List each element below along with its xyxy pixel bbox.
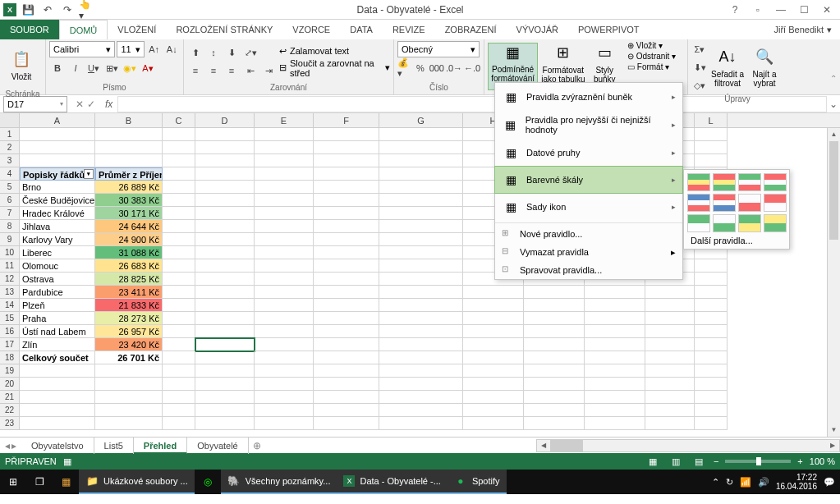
cell[interactable] [645, 338, 695, 351]
normal-view-icon[interactable]: ▦ [645, 455, 661, 468]
cell[interactable] [95, 154, 163, 167]
new-rule-menuitem[interactable]: ⊞Nové pravidlo... [495, 225, 682, 243]
cell[interactable] [379, 325, 463, 338]
cell[interactable] [463, 286, 524, 299]
cell[interactable] [255, 417, 314, 430]
row-header[interactable]: 20 [0, 378, 20, 391]
cell[interactable] [695, 378, 728, 391]
cell[interactable] [379, 404, 463, 417]
tray-volume-icon[interactable]: 🔊 [758, 477, 769, 488]
cell[interactable] [255, 246, 314, 259]
cell[interactable]: Hradec Králové [20, 207, 95, 220]
cell[interactable] [379, 364, 463, 378]
cell[interactable] [463, 364, 524, 378]
cell[interactable] [379, 286, 463, 299]
row-header[interactable]: 21 [0, 391, 20, 404]
cell[interactable] [95, 417, 163, 430]
color-scale-option[interactable] [764, 194, 787, 212]
row-header[interactable]: 5 [0, 181, 20, 194]
cell[interactable] [255, 286, 314, 299]
cell[interactable] [195, 417, 255, 430]
align-left-icon[interactable]: ≡ [187, 62, 204, 79]
cell[interactable] [195, 273, 255, 286]
color-scale-option[interactable] [764, 214, 787, 232]
row-header[interactable]: 12 [0, 273, 20, 286]
cell[interactable] [20, 404, 95, 417]
cell[interactable]: Průměr z Příjem [95, 167, 163, 181]
cell[interactable] [379, 273, 463, 286]
row-header[interactable]: 4 [0, 167, 20, 181]
cell[interactable]: 21 833 Kč [95, 299, 163, 312]
cell[interactable]: 26 683 Kč [95, 259, 163, 273]
ribbon-tab[interactable]: POWERPIVOT [568, 20, 650, 39]
cell[interactable] [95, 141, 163, 154]
column-header[interactable]: D [195, 113, 255, 127]
cell[interactable] [645, 325, 695, 338]
qat-save-icon[interactable]: 💾 [20, 2, 36, 18]
cell[interactable]: Praha [20, 312, 95, 325]
cell[interactable] [95, 364, 163, 378]
cell[interactable] [95, 378, 163, 391]
color-scale-option[interactable] [764, 173, 787, 191]
cell[interactable] [163, 128, 195, 141]
cell[interactable] [195, 246, 255, 259]
row-header[interactable]: 19 [0, 364, 20, 378]
cell[interactable] [695, 128, 728, 141]
row-header[interactable]: 9 [0, 233, 20, 246]
cell[interactable] [195, 233, 255, 246]
row-header[interactable]: 18 [0, 351, 20, 364]
cell[interactable] [463, 299, 524, 312]
row-header[interactable]: 16 [0, 325, 20, 338]
cell[interactable] [255, 233, 314, 246]
cell[interactable] [195, 378, 255, 391]
more-rules-menuitem[interactable]: Další pravidla... [687, 232, 786, 245]
cell[interactable] [645, 417, 695, 430]
cell[interactable] [524, 378, 585, 391]
cell[interactable]: 28 273 Kč [95, 312, 163, 325]
increase-font-icon[interactable]: A↑ [146, 41, 163, 57]
cell[interactable] [163, 220, 195, 233]
cell[interactable] [585, 299, 645, 312]
maximize-icon[interactable]: ☐ [794, 2, 814, 18]
row-header[interactable]: 14 [0, 299, 20, 312]
increase-decimal-icon[interactable]: .0→ [446, 60, 462, 76]
cell[interactable] [695, 286, 728, 299]
cell[interactable] [314, 325, 379, 338]
cell[interactable] [585, 286, 645, 299]
cell[interactable] [379, 338, 463, 351]
zoom-out-icon[interactable]: − [714, 456, 718, 466]
cell[interactable] [95, 391, 163, 404]
row-header[interactable]: 7 [0, 207, 20, 220]
cell[interactable] [163, 154, 195, 167]
cell[interactable] [695, 325, 728, 338]
autosum-icon[interactable]: Σ▾ [691, 41, 708, 57]
tray-wifi-icon[interactable]: 📶 [740, 477, 751, 488]
increase-indent-icon[interactable]: ⇥ [260, 62, 277, 79]
row-header[interactable]: 6 [0, 194, 20, 207]
cell[interactable] [163, 259, 195, 273]
cell[interactable] [195, 167, 255, 181]
font-name-combo[interactable]: Calibri▾ [49, 41, 115, 57]
cell[interactable] [95, 128, 163, 141]
cell[interactable] [195, 351, 255, 364]
taskbar-app[interactable]: 📁Ukázkové soubory ... [79, 470, 195, 494]
cell[interactable] [645, 364, 695, 378]
cell[interactable]: 23 411 Kč [95, 286, 163, 299]
horizontal-scrollbar[interactable]: ◀ ▶ [536, 439, 840, 452]
cell[interactable]: 30 383 Kč [95, 194, 163, 207]
cell[interactable] [195, 194, 255, 207]
ribbon-options-icon[interactable]: ▫ [748, 2, 768, 18]
cell[interactable] [379, 220, 463, 233]
cell[interactable] [645, 351, 695, 364]
sheet-tab[interactable]: Obyvatelé [187, 438, 249, 454]
cell[interactable] [195, 207, 255, 220]
cell[interactable]: Celkový součet [20, 351, 95, 364]
color-scale-option[interactable] [713, 214, 736, 232]
cell[interactable] [379, 181, 463, 194]
decrease-decimal-icon[interactable]: ←.0 [464, 60, 480, 76]
cell[interactable] [695, 364, 728, 378]
cell[interactable]: 26 957 Kč [95, 325, 163, 338]
cell[interactable] [163, 141, 195, 154]
cell[interactable] [255, 273, 314, 286]
cell[interactable] [645, 312, 695, 325]
